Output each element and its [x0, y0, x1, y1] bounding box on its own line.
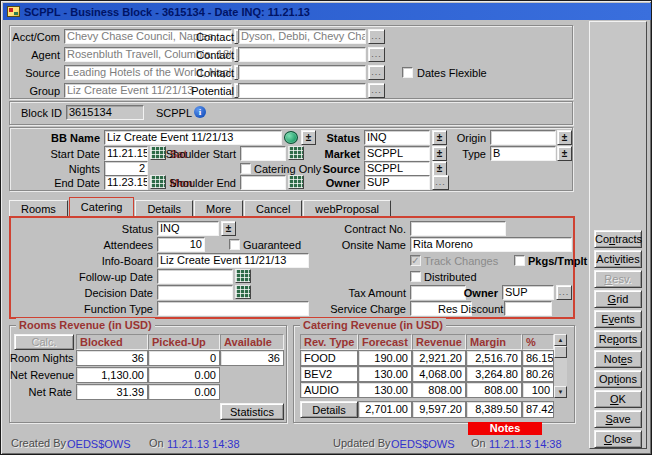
tab-webproposal[interactable]: webProposal	[303, 200, 391, 217]
button-label: Not	[604, 353, 621, 365]
ok-button[interactable]: OK	[594, 390, 642, 408]
block-id-field: 3615134	[66, 105, 144, 120]
tab-details[interactable]: Details	[135, 200, 193, 217]
source-label: Source	[10, 66, 60, 80]
potential-label: Potential	[162, 84, 234, 98]
type-dropdown-icon[interactable]: ±	[557, 146, 572, 161]
bb-source-dropdown-icon[interactable]: ±	[432, 161, 447, 176]
calendar-icon[interactable]	[235, 269, 251, 283]
notes-button[interactable]: Notes	[594, 350, 642, 368]
origin-dropdown-icon[interactable]: ±	[557, 130, 572, 145]
group-label: Group	[10, 84, 60, 98]
resv-button[interactable]: Resv.	[594, 270, 642, 288]
calc-button[interactable]: Calc.	[14, 334, 74, 350]
margin-cell: 2,516.70	[466, 350, 522, 366]
track-changes-label: Track Changes	[424, 254, 498, 268]
scrollbar-thumb[interactable]	[554, 346, 567, 358]
revenue-cell: 4,068.00	[412, 366, 466, 382]
shoulder-start-label: Shoulder Start	[128, 147, 236, 161]
updated-by-label: Updated By	[333, 437, 390, 449]
distributed-checkbox[interactable]	[410, 271, 421, 282]
catering-only-checkbox[interactable]	[240, 163, 251, 174]
decision-date-field[interactable]	[157, 285, 233, 300]
info-icon[interactable]: i	[194, 106, 206, 118]
button-label: S	[605, 413, 612, 425]
button-label: rid	[616, 293, 628, 305]
notes-badge[interactable]: Notes	[468, 422, 542, 435]
owner-browse-button[interactable]: ...	[432, 175, 449, 190]
reports-button[interactable]: Reports	[594, 330, 642, 348]
net-revenue-label: Net Revenue	[10, 368, 72, 382]
scroll-up-icon[interactable]: ▲	[554, 334, 567, 346]
details-button[interactable]: Details	[300, 401, 358, 418]
track-changes-checkbox: ✓	[410, 255, 421, 266]
dates-flexible-checkbox[interactable]	[402, 67, 413, 78]
distributed-label: Distributed	[424, 270, 477, 284]
title-bar[interactable]: SCPPL - Business Block - 3615134 - Date …	[3, 3, 651, 20]
catering-owner-field[interactable]: SUP	[502, 285, 554, 300]
tab-cancel[interactable]: Cancel	[244, 200, 302, 217]
percent-cell: 80.26	[522, 366, 554, 382]
origin-label: Origin	[442, 131, 486, 145]
events-button[interactable]: Events	[594, 310, 642, 328]
save-button[interactable]: Save	[594, 410, 642, 428]
contact3-browse-button[interactable]: ...	[368, 65, 385, 80]
tab-more[interactable]: More	[194, 200, 243, 217]
account-group: Acct/Com Chevy Chase Council, Naples, ..…	[9, 25, 573, 99]
pkgs-tmplt-checkbox[interactable]	[514, 255, 525, 266]
contract-no-field[interactable]	[410, 221, 506, 236]
contact2-field[interactable]	[238, 47, 366, 62]
origin-field[interactable]	[490, 130, 556, 145]
market-field[interactable]: SCPPL	[364, 146, 430, 161]
function-type-label: Function Type	[11, 302, 153, 316]
rev-type-cell: BEV2	[300, 366, 358, 382]
close-button[interactable]: Close	[594, 430, 642, 448]
options-button[interactable]: Options	[594, 370, 642, 388]
button-label: tracts	[615, 233, 642, 245]
potential-browse-button[interactable]: ...	[368, 83, 385, 98]
shoulder-end-field[interactable]	[240, 175, 286, 190]
attendees-field[interactable]: 10	[157, 237, 205, 252]
forecast-cell: 130.00	[358, 366, 412, 382]
table-scrollbar[interactable]: ▲ ▼	[554, 334, 567, 398]
column-header-revenue: Revenue	[412, 334, 466, 350]
bb-name-field[interactable]: Liz Create Event 11/21/13	[104, 130, 282, 145]
button-label: E	[601, 313, 608, 325]
rev-type-cell: AUDIO	[300, 382, 358, 398]
contact2-browse-button[interactable]: ...	[368, 47, 385, 62]
res-discount-field[interactable]	[504, 301, 552, 316]
nights-field[interactable]: 2	[104, 161, 148, 176]
contact1-browse-button[interactable]: ...	[368, 29, 385, 44]
tab-catering[interactable]: Catering	[69, 197, 135, 217]
bb-source-field[interactable]: SCPPL	[364, 161, 430, 176]
decision-date-label: Decision Date	[11, 286, 153, 300]
contracts-button[interactable]: Contracts	[594, 230, 642, 248]
status-field[interactable]: INQ	[364, 130, 430, 145]
contact3-label: Contact	[162, 66, 234, 80]
shoulder-start-field[interactable]	[240, 146, 286, 161]
info-board-field[interactable]: Liz Create Event 11/21/13	[157, 253, 309, 268]
type-field[interactable]: B	[490, 146, 556, 161]
globe-icon[interactable]	[284, 131, 298, 144]
activities-button[interactable]: Activities	[594, 250, 642, 268]
potential-field[interactable]	[238, 83, 366, 98]
followup-date-field[interactable]	[157, 269, 233, 284]
net-rate-picked-up-cell: 0.00	[148, 384, 220, 400]
contact1-field[interactable]: Dyson, Debbi, Chevy Chase, 1800-123-	[238, 29, 366, 44]
guaranteed-checkbox[interactable]	[229, 239, 240, 250]
catering-status-field[interactable]: INQ	[157, 221, 219, 236]
grid-button[interactable]: Grid	[594, 290, 642, 308]
owner-field[interactable]: SUP	[364, 175, 430, 190]
onsite-name-field[interactable]: Rita Moreno	[410, 237, 572, 252]
button-label: s	[627, 353, 633, 365]
function-type-field[interactable]	[157, 301, 309, 316]
info-board-label: Info-Board	[11, 254, 153, 268]
calendar-icon[interactable]	[235, 285, 251, 299]
catering-owner-browse-button[interactable]: ...	[556, 285, 572, 300]
catering-status-dropdown-icon[interactable]: ±	[221, 221, 236, 236]
tab-rooms[interactable]: Rooms	[9, 200, 68, 217]
scroll-down-icon[interactable]: ▼	[554, 386, 567, 398]
statistics-button[interactable]: Statistics	[220, 403, 284, 420]
tax-amount-label: Tax Amount	[306, 286, 406, 300]
contact3-field[interactable]	[238, 65, 366, 80]
